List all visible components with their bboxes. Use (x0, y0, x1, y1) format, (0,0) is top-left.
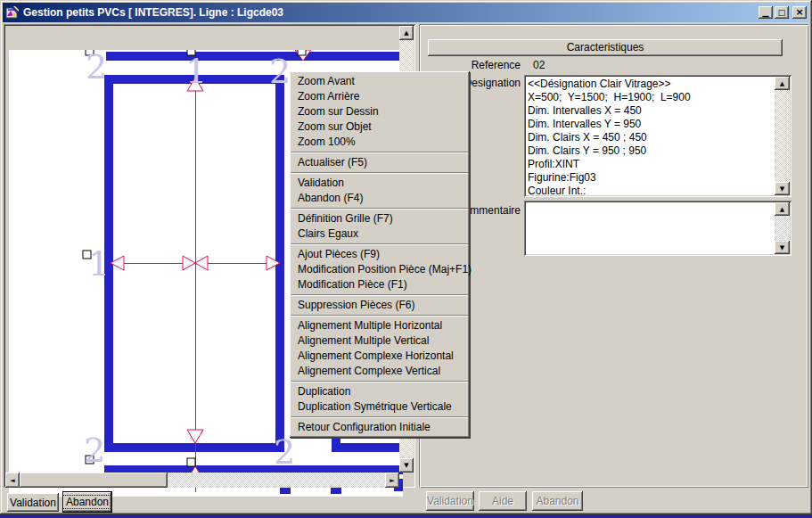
app-icon (5, 5, 20, 20)
menu-separator (291, 294, 468, 296)
menu-item-alignement-multiple-vertical[interactable]: Alignement Multiple Vertical (291, 333, 469, 349)
abandon-button[interactable]: Abandon (62, 491, 112, 513)
scroll-down-icon[interactable]: ▼ (399, 458, 414, 473)
scroll-down-icon[interactable]: ▼ (775, 241, 790, 254)
menu-item-retour-configuration-initiale[interactable]: Retour Configuration Initiale (291, 420, 469, 435)
frame-label: 1 (185, 52, 207, 91)
menu-item-validation[interactable]: Validation (291, 176, 469, 191)
selection-handles[interactable] (83, 50, 306, 466)
menu-item-zoom-sur-dessin[interactable]: Zoom sur Dessin (291, 104, 469, 119)
menu-separator (291, 172, 468, 174)
abandon-button-label: Abandon (62, 495, 112, 509)
menu-item-definition-grille-f7[interactable]: Définition Grille (F7) (291, 211, 469, 226)
panel-validation-button[interactable]: Validation (426, 491, 474, 511)
menu-item-duplication-symetrique-verticale[interactable]: Duplication Symétrique Verticale (291, 399, 469, 415)
scroll-left-icon[interactable]: ◄ (5, 473, 20, 488)
menu-separator (291, 416, 468, 418)
panel-abandon-button[interactable]: Abandon (532, 491, 583, 511)
menu-item-ajout-pieces-f9[interactable]: Ajout Pièces (F9) (291, 247, 469, 262)
app-window: Gestion petits PVCs [ INTEGRES]. Ligne :… (0, 0, 812, 514)
menu-separator (291, 315, 468, 317)
reference-value: 02 (533, 59, 545, 71)
scroll-down-icon[interactable]: ▼ (775, 182, 790, 195)
menu-item-zoom-100[interactable]: Zoom 100% (291, 135, 469, 150)
context-menu: Zoom AvantZoom ArrièreZoom sur DessinZoo… (290, 71, 470, 438)
menu-item-abandon-f4[interactable]: Abandon (F4) (291, 191, 469, 206)
menu-separator (291, 243, 468, 245)
menu-separator (291, 381, 468, 382)
scroll-right-icon[interactable]: ► (385, 473, 399, 488)
menu-item-alignement-complexe-horizontal[interactable]: Alignement Complexe Horizontal (291, 349, 469, 364)
maximize-icon[interactable]: □ (775, 6, 789, 19)
designation-field[interactable]: <<Désignation Clair Vitrage>> X=500; Y=1… (524, 75, 791, 197)
menu-separator (291, 152, 468, 153)
designation-scrollbar[interactable]: ▲ ▼ (775, 77, 790, 195)
scroll-up-icon[interactable]: ▲ (775, 202, 790, 216)
panel-aide-button[interactable]: Aide (479, 491, 527, 511)
frame-label: 2 (269, 52, 291, 91)
designation-text: <<Désignation Clair Vitrage>> X=500; Y=1… (528, 78, 773, 194)
menu-item-modification-piece-f1[interactable]: Modification Pièce (F1) (291, 277, 469, 292)
frame-label: 1 (88, 244, 110, 284)
close-icon[interactable]: × (792, 6, 807, 19)
menu-item-alignement-complexe-vertical[interactable]: Alignement Complexe Vertical (291, 364, 469, 379)
validation-button[interactable]: Validation (7, 493, 59, 512)
menu-item-actualiser-f5[interactable]: Actualiser (F5) (291, 155, 469, 170)
menu-item-duplication[interactable]: Duplication (291, 384, 469, 399)
horizontal-scrollbar[interactable]: ◄ ► (5, 473, 399, 488)
window-title: Gestion petits PVCs [ INTEGRES]. Ligne :… (23, 6, 757, 19)
scroll-up-icon[interactable]: ▲ (399, 26, 414, 40)
properties-panel: Caracteristiques Reference 02 Designatio… (419, 24, 808, 488)
menu-item-zoom-sur-objet[interactable]: Zoom sur Objet (291, 119, 469, 135)
menu-item-modification-position-piece-maj-f1[interactable]: Modification Position Pièce (Maj+F1) (291, 262, 469, 277)
commentaire-scrollbar[interactable]: ▲ ▼ (775, 202, 790, 254)
frame-label: 2 (84, 431, 105, 470)
menu-separator (291, 208, 468, 210)
menu-item-clairs-egaux[interactable]: Clairs Egaux (291, 226, 469, 242)
horizontal-scroll-thumb[interactable] (20, 473, 168, 488)
frame-label: 2 (86, 50, 107, 86)
minimize-icon[interactable]: ▁ (759, 6, 773, 19)
scroll-up-icon[interactable]: ▲ (775, 77, 790, 90)
commentaire-field[interactable]: ▲ ▼ (524, 201, 791, 256)
menu-item-zoom-arriere[interactable]: Zoom Arrière (291, 89, 469, 104)
menu-item-zoom-avant[interactable]: Zoom Avant (291, 74, 469, 89)
reference-label: Reference (421, 59, 521, 71)
caracteristiques-header[interactable]: Caracteristiques (428, 39, 783, 56)
menu-item-alignement-multiple-horizontal[interactable]: Alignement Multiple Horizontal (291, 318, 469, 333)
frame-label: 2 (274, 432, 295, 472)
title-bar[interactable]: Gestion petits PVCs [ INTEGRES]. Ligne :… (3, 3, 809, 22)
menu-item-suppression-pieces-f6[interactable]: Suppression Pièces (F6) (291, 298, 469, 313)
